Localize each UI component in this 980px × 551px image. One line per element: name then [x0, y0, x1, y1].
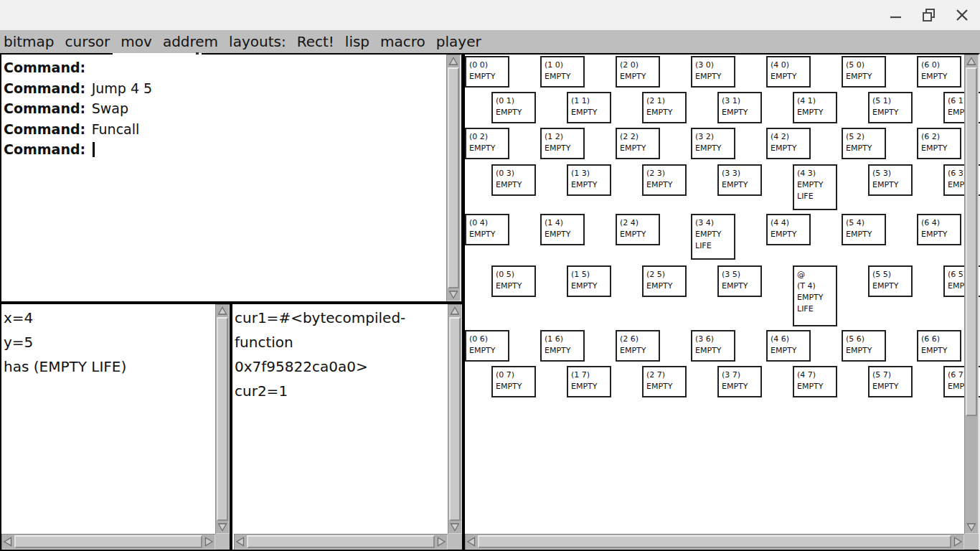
- scroll-arrow-button[interactable]: [215, 304, 230, 317]
- grid-cell[interactable]: (2 4)EMPTY: [616, 214, 660, 245]
- cell-state: LIFE: [797, 303, 836, 315]
- grid-cell[interactable]: (6 4)EMPTY: [917, 214, 961, 245]
- scroll-arrow-button[interactable]: [446, 288, 461, 301]
- grid-cell[interactable]: (1 5)EMPTY: [567, 265, 611, 297]
- scrollbar-thumb[interactable]: [478, 535, 951, 548]
- scrollbar-thumb[interactable]: [14, 535, 202, 548]
- command-log-vertical-scrollbar[interactable]: [446, 55, 461, 301]
- menu-item-rect[interactable]: Rect!: [297, 33, 334, 50]
- grid-cell[interactable]: (3 4)EMPTYLIFE: [691, 214, 735, 260]
- grid-cell[interactable]: (3 6)EMPTY: [691, 330, 735, 362]
- grid-cell[interactable]: (2 5)EMPTY: [642, 265, 687, 297]
- grid-cell[interactable]: (5 2)EMPTY: [842, 128, 886, 159]
- scroll-arrow-button[interactable]: [448, 521, 462, 534]
- scroll-arrow-button[interactable]: [465, 534, 478, 550]
- variables-vertical-scrollbar[interactable]: [448, 304, 462, 534]
- minimize-button[interactable]: [888, 7, 904, 23]
- variables-panel[interactable]: cur1=#<bytecompiled-function0x7f95822ca0…: [231, 303, 463, 551]
- grid-cell[interactable]: (1 7)EMPTY: [567, 366, 611, 397]
- grid-cell[interactable]: (5 4)EMPTY: [842, 214, 886, 245]
- grid-cell[interactable]: (5 6)EMPTY: [842, 330, 886, 362]
- grid-vertical-scrollbar[interactable]: [964, 55, 979, 534]
- command-log-line: Command:Jump 4 5: [4, 78, 461, 99]
- menu-item-mov[interactable]: mov: [121, 33, 152, 50]
- grid-cell[interactable]: (3 3)EMPTY: [717, 164, 762, 196]
- cell-state: EMPTY: [646, 179, 685, 191]
- scroll-arrow-button[interactable]: [446, 55, 461, 67]
- scrollbar-thumb[interactable]: [247, 535, 435, 548]
- grid-cell[interactable]: (0 7)EMPTY: [491, 366, 536, 397]
- grid-cell[interactable]: (6 2)EMPTY: [917, 128, 961, 159]
- grid-cell[interactable]: (3 5)EMPTY: [717, 265, 762, 297]
- menu-item-macro[interactable]: macro: [380, 33, 425, 50]
- grid-cell[interactable]: (0 4)EMPTY: [465, 214, 509, 245]
- scroll-arrow-button[interactable]: [202, 534, 215, 550]
- cursor-info-panel[interactable]: x=4y=5has (EMPTY LIFE): [0, 303, 231, 551]
- grid-cell[interactable]: (2 2)EMPTY: [616, 128, 660, 159]
- cursor-info-vertical-scrollbar[interactable]: [215, 304, 230, 534]
- grid-cell[interactable]: (1 1)EMPTY: [567, 92, 611, 123]
- scrollbar-thumb[interactable]: [966, 67, 977, 416]
- grid-cell[interactable]: (6 0)EMPTY: [917, 56, 961, 88]
- menu-item-layouts[interactable]: layouts:: [229, 33, 286, 50]
- grid-cell[interactable]: (4 0)EMPTY: [766, 56, 811, 88]
- grid-cell[interactable]: (0 0)EMPTY: [465, 56, 509, 88]
- grid-cell[interactable]: (5 3)EMPTY: [868, 164, 913, 196]
- grid-cell[interactable]: (5 7)EMPTY: [868, 366, 913, 397]
- grid-cell[interactable]: (3 2)EMPTY: [691, 128, 735, 159]
- grid-horizontal-scrollbar[interactable]: [465, 534, 964, 550]
- scroll-arrow-button[interactable]: [964, 55, 979, 67]
- restore-window-button[interactable]: [921, 7, 937, 23]
- grid-cell[interactable]: (6 6)EMPTY: [917, 330, 961, 362]
- grid-panel[interactable]: (0 0)EMPTY(1 0)EMPTY(2 0)EMPTY(3 0)EMPTY…: [463, 53, 980, 551]
- scroll-arrow-button[interactable]: [435, 534, 448, 550]
- grid-cell[interactable]: (3 0)EMPTY: [691, 56, 735, 88]
- scroll-arrow-button[interactable]: [1, 534, 14, 550]
- menu-item-addrem[interactable]: addrem: [163, 33, 218, 50]
- grid-cell[interactable]: (2 1)EMPTY: [642, 92, 687, 123]
- grid-cell[interactable]: (2 6)EMPTY: [616, 330, 660, 362]
- grid-cell[interactable]: (4 2)EMPTY: [766, 128, 811, 159]
- grid-cell[interactable]: (1 6)EMPTY: [540, 330, 585, 362]
- scroll-arrow-button[interactable]: [448, 304, 462, 317]
- menu-item-lisp[interactable]: lisp: [345, 33, 369, 50]
- grid-cell[interactable]: (0 1)EMPTY: [491, 92, 536, 123]
- grid-cell[interactable]: (3 7)EMPTY: [717, 366, 762, 397]
- scroll-arrow-button[interactable]: [215, 521, 230, 534]
- grid-cell[interactable]: (0 6)EMPTY: [465, 330, 509, 362]
- grid-cell[interactable]: (1 3)EMPTY: [567, 164, 611, 196]
- grid-cell[interactable]: (1 4)EMPTY: [540, 214, 585, 245]
- grid-cell[interactable]: (4 1)EMPTY: [793, 92, 837, 123]
- scroll-arrow-button[interactable]: [964, 521, 979, 534]
- command-log-panel[interactable]: Command:Command:Jump 4 5Command:SwapComm…: [0, 53, 463, 303]
- grid-cell[interactable]: @(T 4)EMPTYLIFE: [793, 265, 837, 326]
- menu-item-cursor[interactable]: cursor: [65, 33, 110, 50]
- grid-cell[interactable]: (3 1)EMPTY: [717, 92, 762, 123]
- cursor-info-horizontal-scrollbar[interactable]: [1, 534, 215, 550]
- grid-cell[interactable]: (1 0)EMPTY: [540, 56, 585, 88]
- grid-cell[interactable]: (2 3)EMPTY: [642, 164, 687, 196]
- grid-cell[interactable]: (0 3)EMPTY: [491, 164, 536, 196]
- menu-item-bitmap[interactable]: bitmap: [4, 33, 55, 50]
- grid-cell[interactable]: (0 5)EMPTY: [491, 265, 536, 297]
- grid-cell[interactable]: (2 7)EMPTY: [642, 366, 687, 397]
- grid-cell[interactable]: (0 2)EMPTY: [465, 128, 509, 159]
- grid-cell[interactable]: (1 2)EMPTY: [540, 128, 585, 159]
- scroll-arrow-button[interactable]: [951, 534, 964, 550]
- grid-cell[interactable]: (5 5)EMPTY: [868, 265, 913, 297]
- grid-cell[interactable]: (4 3)EMPTYLIFE: [793, 164, 837, 210]
- grid-cell[interactable]: (4 7)EMPTY: [793, 366, 837, 397]
- variables-horizontal-scrollbar[interactable]: [234, 534, 448, 550]
- scroll-arrow-button[interactable]: [234, 534, 247, 550]
- scrollbar-thumb[interactable]: [449, 317, 461, 521]
- grid-cell[interactable]: (2 0)EMPTY: [616, 56, 660, 88]
- grid-cell[interactable]: (5 1)EMPTY: [868, 92, 913, 123]
- grid-cell[interactable]: (4 6)EMPTY: [766, 330, 811, 362]
- scrollbar-thumb[interactable]: [217, 317, 228, 521]
- menu-item-player[interactable]: player: [436, 33, 481, 50]
- close-button[interactable]: [954, 7, 970, 23]
- scrollbar-thumb[interactable]: [448, 67, 459, 288]
- grid-cell[interactable]: (5 0)EMPTY: [842, 56, 886, 88]
- scroll-arrow-left-icon: [466, 537, 476, 547]
- grid-cell[interactable]: (4 4)EMPTY: [766, 214, 811, 245]
